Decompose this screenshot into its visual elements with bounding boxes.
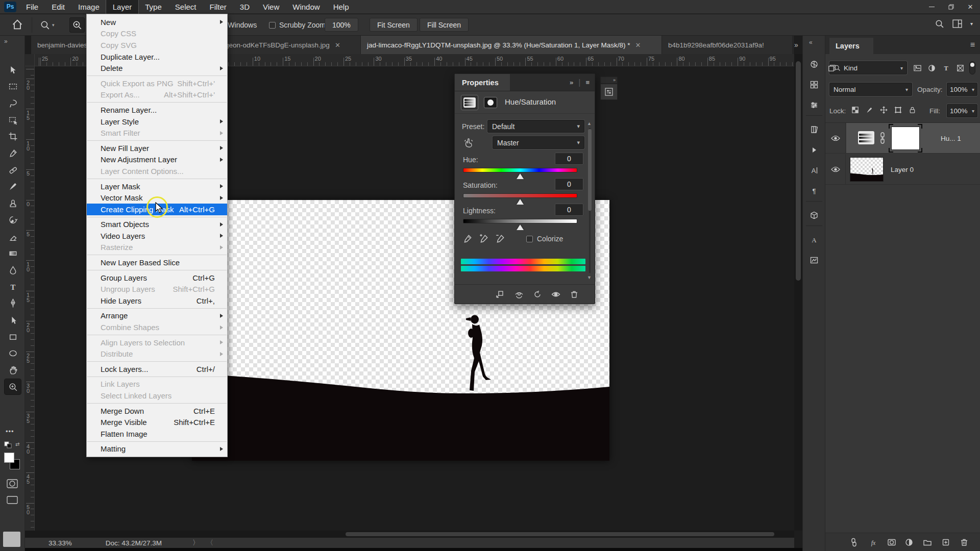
type-filter-icon[interactable]: T (940, 62, 952, 73)
visibility-toggle[interactable] (825, 123, 846, 153)
gradient-tool[interactable] (5, 246, 21, 261)
smart-object-filter-icon[interactable] (825, 62, 838, 73)
eraser-tool[interactable] (5, 229, 21, 244)
menu-item-merge-visible[interactable]: Merge VisibleShift+Ctrl+E (87, 416, 227, 428)
blend-mode-select[interactable]: Normal▾ (829, 83, 912, 96)
properties-scrollbar[interactable]: ▲ ▼ (587, 121, 593, 280)
layers-tab[interactable]: Layers (829, 38, 873, 54)
toolbar-collapse-icon[interactable]: » (4, 38, 8, 45)
dock-collapse-icon[interactable]: » (600, 77, 618, 84)
menu-file[interactable]: File (19, 0, 45, 14)
layer-filter-select[interactable]: Kind▾ (829, 61, 907, 74)
eyedropper-icon[interactable] (461, 232, 474, 245)
tab-close-icon[interactable]: ✕ (335, 41, 340, 49)
lock-pixels-icon[interactable] (863, 104, 875, 115)
tab-close-icon[interactable]: ✕ (635, 41, 641, 49)
scroll-up-icon[interactable]: ▲ (587, 121, 592, 126)
menu-item-new-fill-layer[interactable]: New Fill Layer (87, 142, 227, 154)
menu-item-layer-style[interactable]: Layer Style (87, 116, 227, 128)
scroll-thumb[interactable] (588, 129, 592, 211)
crop-tool[interactable] (5, 129, 21, 144)
zoom-tool-preset[interactable]: ▾ (40, 18, 62, 32)
opacity-select[interactable]: 100%▾ (947, 83, 977, 96)
delete-icon[interactable] (567, 288, 581, 301)
brush-tool[interactable] (5, 179, 21, 194)
properties-tab[interactable]: Properties (455, 74, 510, 91)
eyedropper-tool[interactable] (5, 146, 21, 161)
color-panel-icon[interactable] (806, 57, 822, 71)
menu-select[interactable]: Select (168, 0, 203, 14)
menu-view[interactable]: View (256, 0, 286, 14)
layer-row-layer0[interactable]: Layer 0 (825, 154, 980, 185)
layer-name[interactable]: Hu... 1 (941, 135, 961, 142)
clip-to-layer-icon[interactable] (493, 288, 507, 301)
menu-item-group-layers[interactable]: Group LayersCtrl+G (87, 272, 227, 284)
layer-style-fx-icon[interactable]: fx (866, 536, 880, 549)
layers-panel-menu-icon[interactable]: ≡ (970, 40, 975, 49)
histogram-panel-icon[interactable] (806, 253, 822, 267)
lock-all-icon[interactable] (906, 104, 918, 115)
vertical-scroll-thumb[interactable] (796, 61, 801, 281)
minimize-button[interactable] (922, 0, 941, 14)
menu-image[interactable]: Image (71, 0, 106, 14)
menu-help[interactable]: Help (327, 0, 356, 14)
preset-select[interactable]: Default▾ (487, 120, 584, 133)
fill-select[interactable]: 100%▾ (947, 104, 977, 117)
visibility-toggle[interactable] (825, 154, 846, 184)
mask-link-icon[interactable] (879, 132, 886, 144)
new-adjustment-icon[interactable] (902, 536, 916, 549)
scrubby-zoom-checkbox[interactable]: Scrubby Zoom (269, 21, 326, 29)
hand-tool[interactable] (5, 363, 21, 378)
panel-menu-icon[interactable]: ≡ (585, 79, 590, 86)
new-layer-icon[interactable] (939, 536, 953, 549)
edit-toolbar-icon[interactable]: ••• (6, 428, 14, 435)
delete-layer-icon[interactable] (957, 536, 971, 549)
colorize-checkbox[interactable]: Colorize (526, 235, 563, 243)
glyphs-panel-icon[interactable]: A (806, 233, 822, 247)
collapsed-properties-icon[interactable] (600, 84, 618, 100)
object-selection-tool[interactable] (5, 112, 21, 128)
menu-layer[interactable]: Layer (106, 0, 139, 14)
chevron-down-icon[interactable]: ▾ (970, 21, 973, 27)
menu-item-video-layers[interactable]: Video Layers (87, 230, 227, 242)
link-layers-icon[interactable] (847, 536, 861, 549)
menu-item-hide-layers[interactable]: Hide LayersCtrl+, (87, 295, 227, 307)
menu-window[interactable]: Window (286, 0, 326, 14)
menu-item-arrange[interactable]: Arrange (87, 310, 227, 322)
scroll-down-icon[interactable]: ▼ (587, 275, 592, 280)
zoom-in-button[interactable] (69, 17, 85, 33)
zoom-tool[interactable] (5, 379, 21, 394)
reset-icon[interactable] (530, 288, 545, 301)
blur-tool[interactable] (5, 262, 21, 278)
lightness-slider[interactable] (463, 219, 577, 223)
history-brush-tool[interactable] (5, 212, 21, 228)
vertical-scrollbar[interactable] (794, 54, 802, 531)
saturation-slider[interactable] (463, 193, 577, 198)
quick-mask-icon[interactable] (6, 479, 18, 491)
foreground-color-swatch[interactable] (4, 453, 14, 463)
path-selection-tool[interactable] (5, 313, 21, 328)
zoom-100-button[interactable]: 100% (325, 18, 358, 32)
horizontal-scroll-thumb[interactable] (346, 532, 774, 536)
layer-row-hue-saturation[interactable]: Hu... 1 (825, 123, 980, 154)
visibility-eye-icon[interactable] (549, 288, 563, 301)
layer-mask-thumbnail[interactable] (889, 124, 922, 153)
hue-value-field[interactable]: 0 (555, 153, 583, 165)
previous-state-eye-icon[interactable] (512, 288, 526, 301)
ellipse-tool[interactable] (5, 346, 21, 361)
new-group-icon[interactable] (920, 536, 935, 549)
screen-mode-light-button[interactable] (3, 532, 20, 547)
screen-mode-icon[interactable] (6, 495, 18, 507)
document-tab-3[interactable]: jad-limcaco-fRggLY1DQTM-unsplash.jpg @ 3… (361, 36, 662, 54)
horizontal-scrollbar[interactable] (25, 531, 794, 538)
healing-brush-tool[interactable] (5, 162, 21, 178)
eyedropper-plus-icon[interactable] (477, 232, 491, 245)
fit-screen-button[interactable]: Fit Screen (370, 18, 418, 32)
home-icon[interactable] (11, 18, 24, 32)
type-tool[interactable]: T (5, 279, 21, 294)
lasso-tool[interactable] (5, 95, 21, 111)
layer-thumbnail[interactable] (850, 157, 884, 182)
pixel-filter-icon[interactable] (911, 62, 923, 73)
lightness-slider-thumb[interactable] (517, 224, 524, 230)
clone-stamp-tool[interactable] (5, 196, 21, 211)
